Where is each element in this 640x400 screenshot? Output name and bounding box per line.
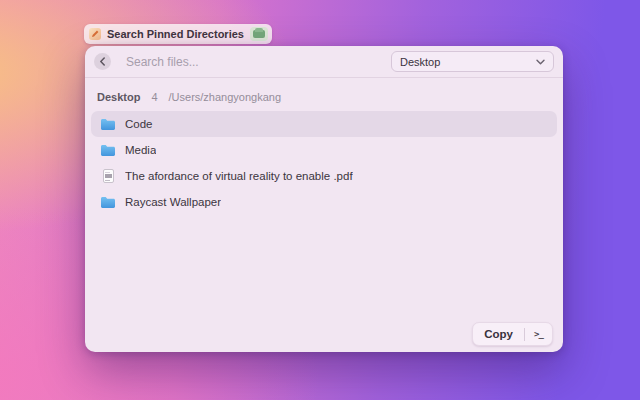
directory-dropdown[interactable]: Desktop (391, 51, 554, 72)
copy-button[interactable]: Copy (473, 323, 524, 345)
breadcrumb: Desktop 4 /Users/zhangyongkang (97, 90, 551, 104)
search-directories-window: Desktop Desktop 4 /Users/zhangyongkang C… (85, 46, 563, 352)
breadcrumb-path: /Users/zhangyongkang (169, 91, 282, 103)
file-list: Code Media The afordance of virtual real… (91, 111, 557, 215)
list-item-raycast-wallpaper[interactable]: Raycast Wallpaper (91, 189, 557, 215)
list-item-label: Raycast Wallpaper (125, 196, 221, 208)
footer-action-group: Copy >_ (472, 322, 553, 346)
folder-icon (100, 196, 116, 209)
list-item-label: The afordance of virtual reality to enab… (125, 170, 353, 182)
printer-icon (250, 27, 268, 41)
breadcrumb-section: Desktop (97, 91, 140, 103)
list-item-code[interactable]: Code (91, 111, 557, 137)
folder-icon (100, 118, 116, 131)
directory-dropdown-value: Desktop (400, 56, 440, 68)
chevron-left-icon (99, 57, 106, 66)
pencil-icon (89, 28, 101, 40)
folder-icon (100, 144, 116, 157)
list-item-label: Code (125, 118, 153, 130)
terminal-button[interactable]: >_ (525, 323, 552, 345)
list-item-label: Media (125, 144, 156, 156)
launcher-tab[interactable]: Search Pinned Directories (84, 24, 272, 44)
search-input[interactable] (124, 54, 391, 70)
back-button[interactable] (94, 53, 111, 70)
breadcrumb-count: 4 (151, 91, 157, 103)
list-item-media[interactable]: Media (91, 137, 557, 163)
launcher-tab-label: Search Pinned Directories (107, 28, 244, 40)
list-item-pdf[interactable]: The afordance of virtual reality to enab… (91, 163, 557, 189)
chevron-down-icon (536, 59, 545, 65)
search-bar: Desktop (85, 46, 563, 78)
footer: Copy >_ (472, 322, 553, 346)
pdf-document-icon (100, 169, 116, 183)
